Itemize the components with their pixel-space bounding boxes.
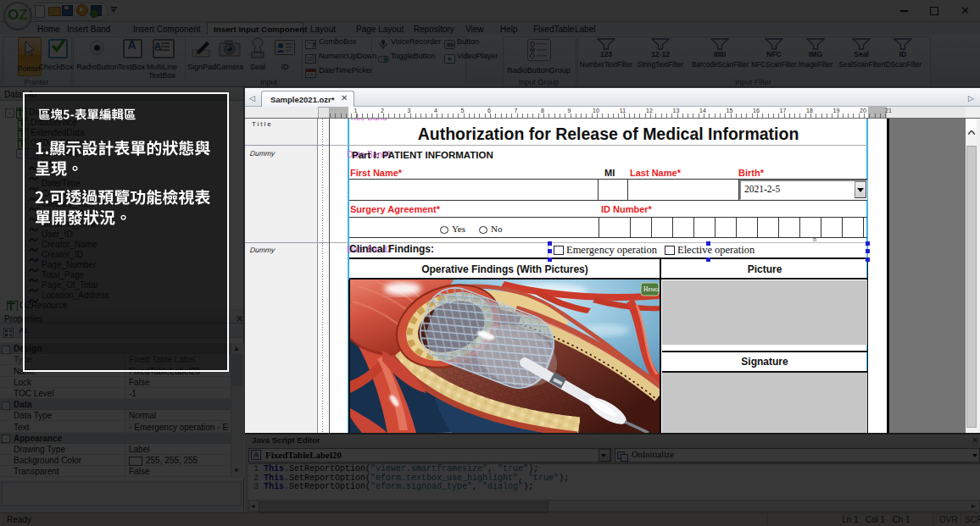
svg-text:HEMO: HEMO	[643, 285, 659, 293]
